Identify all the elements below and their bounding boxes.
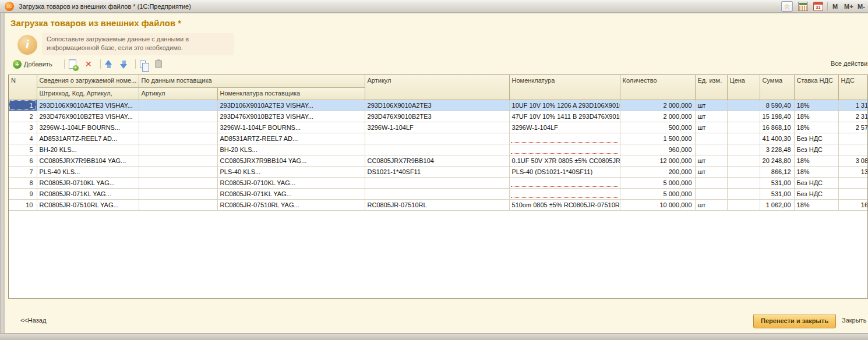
cell-vat[interactable]: 3 088,80 xyxy=(838,155,868,166)
cell-quantity[interactable]: 2 000,000 xyxy=(620,100,695,111)
cell-quantity[interactable]: 10 000,000 xyxy=(620,199,695,210)
table-row[interactable]: 6 CC0805JRX7R9BB104 YAG... CC0805JRX7R9B… xyxy=(9,155,868,166)
cell-load-info[interactable]: 3296W-1-104LF BOURNS... xyxy=(37,122,139,133)
insert-row-button[interactable] xyxy=(69,58,76,70)
cell-vat[interactable] xyxy=(838,177,868,188)
cell-article[interactable]: DS1021-1*40SF11 xyxy=(365,166,509,177)
cell-sum[interactable]: 531,00 xyxy=(760,177,794,188)
cell-supplier-nomenclature[interactable]: CC0805JRX7R9BB104 YAG... xyxy=(217,155,365,166)
cell-vat[interactable]: 2 318,40 xyxy=(838,111,868,122)
cell-price[interactable] xyxy=(727,111,760,122)
memory-m-button[interactable]: M xyxy=(832,2,838,11)
table-row[interactable]: 3 3296W-1-104LF BOURNS... 3296W-1-104LF … xyxy=(9,122,868,133)
header-price[interactable]: Цена xyxy=(727,75,760,100)
cell-price[interactable] xyxy=(727,177,760,188)
cell-vat[interactable]: 1 310,40 xyxy=(838,100,868,111)
cell-unit[interactable]: шт xyxy=(695,166,727,177)
add-button[interactable]: + Добавить xyxy=(13,58,52,70)
cell-sum[interactable]: 1 062,00 xyxy=(760,199,794,210)
cell-nomenclature[interactable]: 10UF 10V 10% 1206 A 293D106X9010A2TE3 xyxy=(509,100,620,111)
cell-vat[interactable]: 2 573,10 xyxy=(838,122,868,133)
memory-m-minus-button[interactable]: M- xyxy=(858,2,865,11)
header-article[interactable]: Артикул xyxy=(365,75,509,100)
table-row[interactable]: 9 RC0805JR-071KL YAG... RC0805JR-071KL Y… xyxy=(9,188,868,199)
all-actions-button[interactable]: Все действия xyxy=(831,60,868,67)
cell-load-info[interactable]: 293D476X9010B2TE3 VISHAY... xyxy=(37,111,139,122)
cell-sum[interactable]: 531,00 xyxy=(760,188,794,199)
cell-vat-rate[interactable]: 18% xyxy=(794,199,838,210)
cell-supplier-article[interactable] xyxy=(139,133,217,144)
cell-supplier-nomenclature[interactable]: RC0805JR-071KL YAG... xyxy=(217,188,365,199)
cell-sum[interactable]: 866,12 xyxy=(760,166,794,177)
memory-m-plus-button[interactable]: M+ xyxy=(844,2,853,11)
close-button[interactable]: Закрыть xyxy=(842,317,866,324)
cell-vat-rate[interactable]: Без НДС xyxy=(794,188,838,199)
cell-row-number[interactable]: 7 xyxy=(9,166,37,177)
table-row[interactable]: 4 AD8531ARTZ-REEL7 AD... AD8531ARTZ-REEL… xyxy=(9,133,868,144)
cell-article[interactable] xyxy=(365,177,509,188)
cell-price[interactable] xyxy=(727,166,760,177)
header-nomenclature[interactable]: Номенклатура xyxy=(509,75,620,100)
cell-load-info[interactable]: 293D106X9010A2TE3 VISHAY... xyxy=(37,100,139,111)
cell-supplier-article[interactable] xyxy=(139,144,217,155)
paste-button-disabled[interactable] xyxy=(155,58,162,70)
cell-vat[interactable] xyxy=(838,188,868,199)
cell-load-info[interactable]: RC0805JR-07510RL YAG... xyxy=(37,199,139,210)
header-info[interactable]: Сведения о загружаемой номе... xyxy=(37,75,139,87)
copy-button[interactable] xyxy=(140,58,146,70)
cell-vat[interactable]: 132,12 xyxy=(838,166,868,177)
cell-vat-rate[interactable]: Без НДС xyxy=(794,133,838,144)
cell-supplier-nomenclature[interactable]: BH-20 KLS... xyxy=(217,144,365,155)
cell-nomenclature[interactable]: PLS-40 (DS1021-1*40SF11) xyxy=(509,166,620,177)
cell-article[interactable] xyxy=(365,188,509,199)
cell-supplier-article[interactable] xyxy=(139,155,217,166)
cell-price[interactable] xyxy=(727,155,760,166)
cell-load-info[interactable]: RC0805JR-071KL YAG... xyxy=(37,188,139,199)
table-row[interactable]: 2 293D476X9010B2TE3 VISHAY... 293D476X90… xyxy=(9,111,868,122)
cell-vat-rate[interactable]: Без НДС xyxy=(794,177,838,188)
cell-supplier-article[interactable] xyxy=(139,100,217,111)
cell-load-info[interactable]: PLS-40 KLS... xyxy=(37,166,139,177)
cell-vat[interactable] xyxy=(838,144,868,155)
cell-row-number[interactable]: 5 xyxy=(9,144,37,155)
cell-row-number[interactable]: 3 xyxy=(9,122,37,133)
cell-quantity[interactable]: 12 000,000 xyxy=(620,155,695,166)
cell-vat-rate[interactable]: 18% xyxy=(794,166,838,177)
cell-price[interactable] xyxy=(727,144,760,155)
cell-row-number[interactable]: 1 xyxy=(9,100,37,111)
cell-vat-rate[interactable]: 18% xyxy=(794,111,838,122)
cell-row-number[interactable]: 9 xyxy=(9,188,37,199)
cell-article[interactable] xyxy=(365,144,509,155)
cell-load-info[interactable]: BH-20 KLS... xyxy=(37,144,139,155)
cell-quantity[interactable]: 200,000 xyxy=(620,166,695,177)
cell-row-number[interactable]: 10 xyxy=(9,199,37,210)
cell-unit[interactable] xyxy=(695,144,727,155)
cell-sum[interactable]: 41 400,30 xyxy=(760,133,794,144)
cell-quantity[interactable]: 1 500,000 xyxy=(620,133,695,144)
table-row[interactable]: 5 BH-20 KLS... BH-20 KLS... 960,000 3 22… xyxy=(9,144,868,155)
header-vat[interactable]: НДС xyxy=(838,75,868,100)
cell-nomenclature[interactable]: 510om 0805 ±5% RC0805JR-07510RL xyxy=(509,199,620,210)
cell-supplier-article[interactable] xyxy=(139,166,217,177)
cell-unit[interactable]: шт xyxy=(695,111,727,122)
cell-price[interactable] xyxy=(727,188,760,199)
cell-supplier-article[interactable] xyxy=(139,177,217,188)
back-button[interactable]: <<Назад xyxy=(20,317,46,324)
cell-vat-rate[interactable]: 18% xyxy=(794,155,838,166)
move-down-button[interactable] xyxy=(120,58,128,70)
cell-nomenclature[interactable]: 3296W-1-104LF xyxy=(509,122,620,133)
cell-vat-rate[interactable]: 18% xyxy=(794,122,838,133)
table-row[interactable]: 8 RC0805JR-0710KL YAG... RC0805JR-0710KL… xyxy=(9,177,868,188)
cell-sum[interactable]: 8 590,40 xyxy=(760,100,794,111)
cell-nomenclature[interactable] xyxy=(509,188,620,199)
table-row[interactable]: 1 293D106X9010A2TE3 VISHAY... 293D106X90… xyxy=(9,100,868,111)
cell-article[interactable] xyxy=(365,133,509,144)
cell-nomenclature[interactable] xyxy=(509,144,620,155)
cell-nomenclature[interactable]: 47UF 10V 10% 1411 B 293D476X9010B2TE3 xyxy=(509,111,620,122)
calculator-icon[interactable] xyxy=(798,2,808,11)
delete-row-button[interactable]: ✕ xyxy=(85,58,92,70)
cell-article[interactable]: 293D476X9010B2TE3 xyxy=(365,111,509,122)
cell-supplier-article[interactable] xyxy=(139,188,217,199)
cell-price[interactable] xyxy=(727,199,760,210)
table-row[interactable]: 7 PLS-40 KLS... PLS-40 KLS... DS1021-1*4… xyxy=(9,166,868,177)
